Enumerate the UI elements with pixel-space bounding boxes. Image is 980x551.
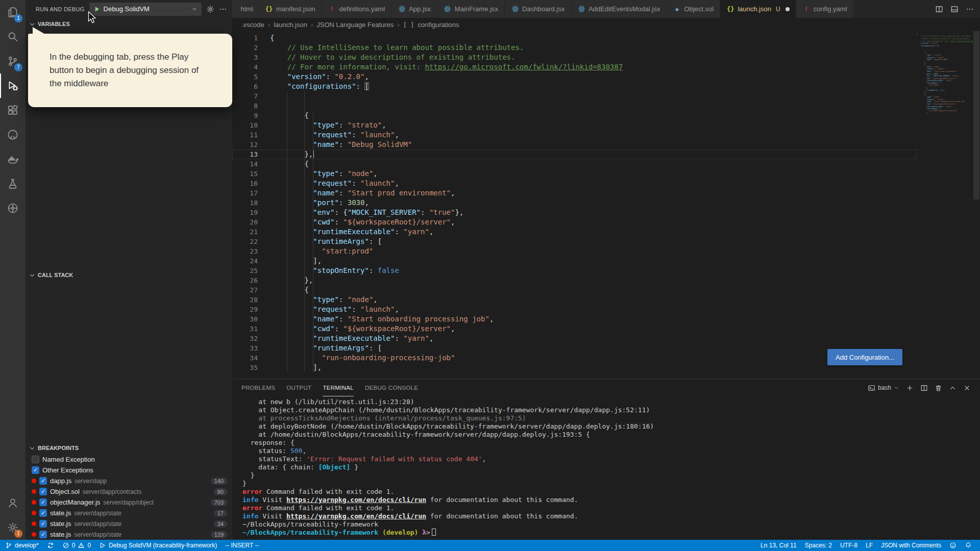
activity-test-explorer[interactable] [0, 171, 26, 196]
breakpoint-row[interactable]: ✓state.jsserver/dapp/state17 [26, 508, 232, 518]
line-number[interactable]: 13 [232, 149, 258, 159]
tab-Object.sol[interactable]: ◆Object.sol [667, 0, 720, 18]
breadcrumb-item-launch.json[interactable]: launch.json [274, 21, 307, 29]
line-number[interactable]: 2 [232, 43, 258, 53]
kill-terminal-button[interactable] [935, 384, 942, 392]
line-number[interactable]: 16 [232, 179, 258, 188]
editor-scrollbar[interactable] [973, 31, 980, 379]
code-line[interactable]: 30 "name": "Start onboarding processing … [232, 314, 917, 324]
line-number[interactable]: 21 [232, 227, 258, 237]
tab-AddEditEventsModal.jsx[interactable]: AddEditEventsModal.jsx [571, 0, 667, 18]
code-line[interactable]: 3 // Hover to view descriptions of exist… [232, 53, 917, 62]
line-number[interactable]: 25 [232, 266, 258, 276]
code-line[interactable]: 18 "port": 3030, [232, 198, 917, 208]
status-eol[interactable]: LF [862, 540, 877, 551]
breakpoint-row[interactable]: ✓objectManager.jsserver/dapp/object703 [26, 497, 232, 508]
code-line[interactable]: 32 "runtimeExecutable": "yarn", [232, 334, 917, 343]
line-number[interactable]: 15 [232, 169, 258, 179]
status-debug-status[interactable]: Debug SolidVM (traceability-framework) [95, 540, 221, 551]
tab-html[interactable]: html [232, 0, 259, 18]
code-line[interactable]: 27 { [232, 285, 917, 295]
activity-docker[interactable] [0, 147, 26, 171]
line-number[interactable]: 12 [232, 140, 258, 149]
tab-Dashboard.jsx[interactable]: Dashboard.jsx [505, 0, 571, 18]
minimap[interactable]: { // Use IntelliSense to learn about pos… [917, 31, 973, 379]
code-line[interactable]: 15 "type": "node", [232, 169, 917, 179]
line-number[interactable]: 27 [232, 285, 258, 295]
line-number[interactable]: 32 [232, 334, 258, 343]
tab-MainFrame.jsx[interactable]: MainFrame.jsx [437, 0, 505, 18]
panel-tab-terminal[interactable]: TERMINAL [323, 379, 354, 396]
breakpoint-row[interactable]: ✓Object.solserver/dapp/contracts80 [26, 486, 232, 497]
breakpoints-section-header[interactable]: BREAKPOINTS [26, 442, 232, 454]
code-line[interactable]: 20 "cwd": "${workspaceRoot}/server", [232, 217, 917, 227]
breakpoint-checkbox[interactable]: ✓ [39, 509, 47, 517]
line-number[interactable]: 28 [232, 295, 258, 305]
code-line[interactable]: 25 "stopOnEntry": false [232, 266, 917, 276]
shell-selector[interactable]: bash [868, 384, 899, 392]
line-number[interactable]: 4 [232, 62, 258, 72]
status-encoding[interactable]: UTF-8 [836, 540, 862, 551]
breakpoint-row[interactable]: Named Exception [26, 454, 232, 465]
line-number[interactable]: 7 [232, 91, 258, 101]
status-vim-mode[interactable]: -- INSERT -- [221, 540, 263, 551]
code-line[interactable]: 4 // For more information, visit: https:… [232, 62, 917, 72]
status-feedback[interactable] [945, 540, 961, 551]
tab-manifest.json[interactable]: {}manifest.json [259, 0, 322, 18]
line-number[interactable]: 8 [232, 101, 258, 111]
status-indentation[interactable]: Spaces: 2 [801, 540, 836, 551]
tab-launch.json[interactable]: {}launch.jsonU [720, 0, 796, 18]
breakpoint-row[interactable]: ✓state.jsserver/dapp/state34 [26, 518, 232, 529]
line-number[interactable]: 14 [232, 159, 258, 169]
code-line[interactable]: 7 [232, 91, 917, 101]
more-button[interactable] [966, 5, 974, 13]
line-number[interactable]: 24 [232, 256, 258, 266]
code-line[interactable]: 33 "runtimeArgs": [ [232, 343, 917, 353]
status-problems[interactable]: 00 [58, 540, 95, 551]
line-number[interactable]: 17 [232, 188, 258, 198]
activity-search[interactable] [0, 24, 26, 49]
split-editor-button[interactable] [935, 5, 943, 13]
code-line[interactable]: 29 "request": "launch", [232, 305, 917, 314]
line-number[interactable]: 22 [232, 237, 258, 246]
sidebar-more-actions-button[interactable] [219, 5, 227, 13]
code-line[interactable]: 28 "type": "node", [232, 295, 917, 305]
code-line[interactable]: 24 ], [232, 256, 917, 266]
breakpoint-row[interactable]: ✓dapp.jsserver/dapp140 [26, 475, 232, 486]
code-line[interactable]: 14 { [232, 159, 917, 169]
code-line[interactable]: 10 "type": "strato", [232, 120, 917, 130]
breakpoint-row[interactable]: ✓state.jsserver/dapp/state129 [26, 529, 232, 540]
code-line[interactable]: 21 "runtimeExecutable": "yarn", [232, 227, 917, 237]
breadcrumb-item-configurations[interactable]: [ ] configurations [403, 21, 459, 29]
tab-definitions.yaml[interactable]: !definitions.yaml [322, 0, 392, 18]
code-line[interactable]: 22 "runtimeArgs": [ [232, 237, 917, 246]
add-terminal-button[interactable] [906, 384, 914, 392]
code-line[interactable]: 6 "configurations": [ [232, 82, 917, 91]
line-number[interactable]: 26 [232, 276, 258, 285]
code-line[interactable]: 35 ], [232, 363, 917, 372]
breakpoint-checkbox[interactable]: ✓ [39, 498, 47, 506]
line-number[interactable]: 19 [232, 208, 258, 217]
code-editor[interactable]: 1{2 // Use IntelliSense to learn about p… [232, 31, 917, 379]
status-git-branch[interactable]: develop* [1, 540, 43, 551]
add-configuration-button[interactable]: Add Configuration... [827, 349, 902, 365]
terminal-output[interactable]: at new b (/lib/util/rest.util.js:23:28) … [232, 396, 980, 540]
code-line[interactable]: 16 "request": "launch", [232, 179, 917, 188]
code-line[interactable]: 26 }, [232, 276, 917, 285]
line-number[interactable]: 33 [232, 343, 258, 353]
line-number[interactable]: 34 [232, 353, 258, 363]
breakpoint-checkbox[interactable]: ✓ [39, 477, 47, 485]
code-line[interactable]: 2 // Use IntelliSense to learn about pos… [232, 43, 917, 53]
code-line[interactable]: 31 "cwd": "${workspaceRoot}/server", [232, 324, 917, 334]
close-panel-button[interactable] [963, 384, 971, 392]
code-line[interactable]: 13 }, [232, 149, 917, 159]
maximize-panel-button[interactable] [949, 384, 957, 392]
line-number[interactable]: 9 [232, 111, 258, 120]
code-line[interactable]: 11 "request": "launch", [232, 130, 917, 140]
breakpoint-checkbox[interactable]: ✓ [39, 488, 47, 495]
call-stack-section-header[interactable]: CALL STACK [26, 269, 232, 281]
open-launch-json-button[interactable] [206, 5, 214, 13]
breakpoint-checkbox[interactable]: ✓ [32, 466, 39, 474]
tab-App.jsx[interactable]: App.jsx [391, 0, 437, 18]
breakpoint-checkbox[interactable]: ✓ [39, 520, 47, 528]
